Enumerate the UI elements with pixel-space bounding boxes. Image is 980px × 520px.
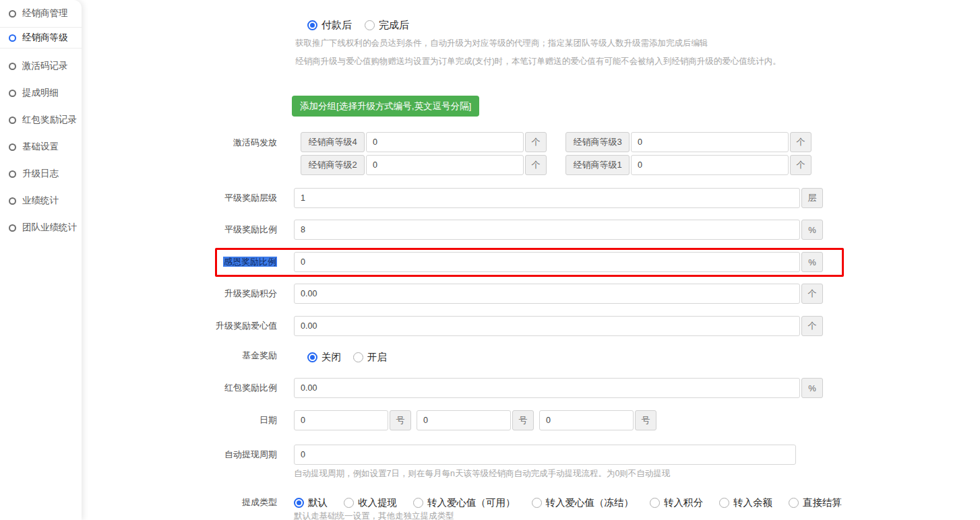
radio-option-after-payment[interactable]: 付款后 <box>307 19 352 32</box>
auto-withdraw-help-text: 自动提现周期，例如设置7日，则在每月每n天该等级经销商自动完成手动提现流程。为0… <box>294 468 670 480</box>
radio-unselected-icon[interactable] <box>789 498 799 508</box>
date-group-2: 号 <box>417 410 534 430</box>
radio-selected-icon[interactable] <box>307 352 317 362</box>
input-suffix-unit: 个 <box>801 316 823 336</box>
field-label-fund-reward: 基金奖励 <box>82 346 277 366</box>
add-group-button[interactable]: 添加分组[选择升级方式编号,英文逗号分隔] <box>292 96 479 117</box>
activation-group-level3: 经销商等级3 个 <box>565 132 811 152</box>
input-suffix-unit: 个 <box>525 155 547 175</box>
radio-option-label: 完成后 <box>379 19 409 32</box>
radio-unselected-icon[interactable] <box>365 20 375 30</box>
fund-reward-radio-group: 关闭 开启 <box>307 351 387 364</box>
activation-level2-input[interactable] <box>366 155 524 175</box>
input-prefix: 经销商等级1 <box>565 155 630 175</box>
upgrade-reward-love-input[interactable] <box>294 316 800 336</box>
sidebar: 经销商管理 经销商等级 激活码记录 提成明细 红包奖励记录 基础设置 升级日志 … <box>0 0 82 520</box>
radio-unselected-icon[interactable] <box>650 498 660 508</box>
radio-option-fund-off[interactable]: 关闭 <box>307 351 341 364</box>
input-suffix-day: 号 <box>635 410 656 430</box>
sidebar-item-label: 提成明细 <box>22 87 59 99</box>
radio-option-direct-settlement[interactable]: 直接结算 <box>789 496 842 509</box>
circle-icon <box>9 170 16 178</box>
input-suffix-percent: % <box>801 220 823 240</box>
input-suffix-percent: % <box>801 378 823 398</box>
radio-option-fund-on[interactable]: 开启 <box>353 351 387 364</box>
sidebar-item-label: 经销商等级 <box>22 32 68 44</box>
radio-selected-icon[interactable] <box>307 20 317 30</box>
gratitude-reward-ratio-input[interactable] <box>294 252 800 272</box>
circle-icon <box>9 197 16 205</box>
auto-withdraw-cycle-group <box>294 445 796 465</box>
selected-text-highlight: 感恩奖励比例 <box>223 257 277 267</box>
sidebar-item-dealer-level[interactable]: 经销商等级 <box>0 27 82 48</box>
activation-level1-input[interactable] <box>631 155 789 175</box>
upgrade-help-text-1: 获取推广下线权利的会员达到条件，自动升级为对应等级的代理商；指定某团队等级人数升… <box>295 38 708 49</box>
radio-unselected-icon[interactable] <box>413 498 423 508</box>
sidebar-item-performance-stats[interactable]: 业绩统计 <box>0 187 82 214</box>
input-prefix: 经销商等级2 <box>301 155 365 175</box>
circle-icon <box>9 34 16 42</box>
main-content: 付款后 完成后 获取推广下线权利的会员达到条件，自动升级为对应等级的代理商；指定… <box>82 0 980 520</box>
radio-option-after-completion[interactable]: 完成后 <box>365 19 409 32</box>
sidebar-item-basic-settings[interactable]: 基础设置 <box>0 133 82 160</box>
sidebar-item-commission-details[interactable]: 提成明细 <box>0 79 82 106</box>
upgrade-help-text-2: 经销商升级与爱心值购物赠送均设置为订单完成(支付)时，本笔订单赠送的爱心值有可能… <box>295 56 781 67</box>
activation-level3-input[interactable] <box>631 132 789 152</box>
input-suffix-unit: 个 <box>790 132 811 152</box>
redpacket-reward-ratio-group: % <box>294 378 823 398</box>
input-suffix-unit: 个 <box>801 284 823 304</box>
sidebar-item-label: 经销商管理 <box>22 7 68 20</box>
radio-option-default[interactable]: 默认 <box>294 496 328 509</box>
peer-reward-level-input[interactable] <box>294 188 800 208</box>
date-input-2[interactable] <box>417 410 511 430</box>
radio-option-label: 转入余额 <box>733 496 772 509</box>
sidebar-item-upgrade-log[interactable]: 升级日志 <box>0 160 82 187</box>
auto-withdraw-cycle-input[interactable] <box>294 445 796 465</box>
redpacket-reward-ratio-input[interactable] <box>294 378 800 398</box>
date-input-row: 号 号 号 <box>294 410 656 430</box>
radio-unselected-icon[interactable] <box>344 498 354 508</box>
commission-type-help-text: 默认走基础统一设置，其他走独立提成类型 <box>294 511 454 520</box>
sidebar-item-dealer-management[interactable]: 经销商管理 <box>0 0 82 27</box>
radio-unselected-icon[interactable] <box>719 498 729 508</box>
sidebar-item-label: 基础设置 <box>22 141 59 153</box>
field-label-peer-reward-ratio: 平级奖励比例 <box>82 220 277 240</box>
radio-option-label: 默认 <box>308 496 328 509</box>
radio-option-to-love-available[interactable]: 转入爱心值（可用） <box>413 496 516 509</box>
activation-group-level4: 经销商等级4 个 <box>301 132 547 152</box>
radio-option-label: 转入积分 <box>664 496 703 509</box>
upgrade-reward-love-group: 个 <box>294 316 823 336</box>
input-suffix-day: 号 <box>512 410 534 430</box>
upgrade-timing-radio-group: 付款后 完成后 <box>307 19 409 32</box>
radio-option-income-withdraw[interactable]: 收入提现 <box>344 496 397 509</box>
radio-option-to-points[interactable]: 转入积分 <box>650 496 703 509</box>
sidebar-item-label: 团队业绩统计 <box>22 222 77 234</box>
upgrade-reward-points-input[interactable] <box>294 284 800 304</box>
sidebar-item-label: 激活码记录 <box>22 60 68 72</box>
activation-level4-input[interactable] <box>366 132 524 152</box>
radio-option-label: 开启 <box>367 351 387 364</box>
radio-unselected-icon[interactable] <box>353 352 363 362</box>
circle-icon <box>9 143 16 151</box>
sidebar-item-team-performance-stats[interactable]: 团队业绩统计 <box>0 214 82 241</box>
radio-option-to-love-frozen[interactable]: 转入爱心值（冻结） <box>532 496 634 509</box>
radio-unselected-icon[interactable] <box>532 498 542 508</box>
sidebar-item-redpacket-reward-records[interactable]: 红包奖励记录 <box>0 106 82 133</box>
radio-option-label: 收入提现 <box>358 496 397 509</box>
sidebar-item-label: 业绩统计 <box>22 195 59 207</box>
date-group-1: 号 <box>294 410 411 430</box>
date-input-1[interactable] <box>294 410 388 430</box>
radio-option-to-balance[interactable]: 转入余额 <box>719 496 772 509</box>
peer-reward-level-group: 层 <box>294 188 823 208</box>
field-label-upgrade-reward-points: 升级奖励积分 <box>82 284 277 304</box>
radio-selected-icon[interactable] <box>294 498 304 508</box>
activation-group-level2: 经销商等级2 个 <box>301 155 547 175</box>
radio-option-label: 直接结算 <box>803 496 842 509</box>
input-suffix-percent: % <box>801 252 823 272</box>
date-input-3[interactable] <box>539 410 634 430</box>
sidebar-item-activation-code-records[interactable]: 激活码记录 <box>0 53 82 79</box>
input-suffix-unit: 层 <box>801 188 823 208</box>
peer-reward-ratio-input[interactable] <box>294 220 800 240</box>
input-suffix-unit: 个 <box>525 132 547 152</box>
input-suffix-day: 号 <box>390 410 411 430</box>
